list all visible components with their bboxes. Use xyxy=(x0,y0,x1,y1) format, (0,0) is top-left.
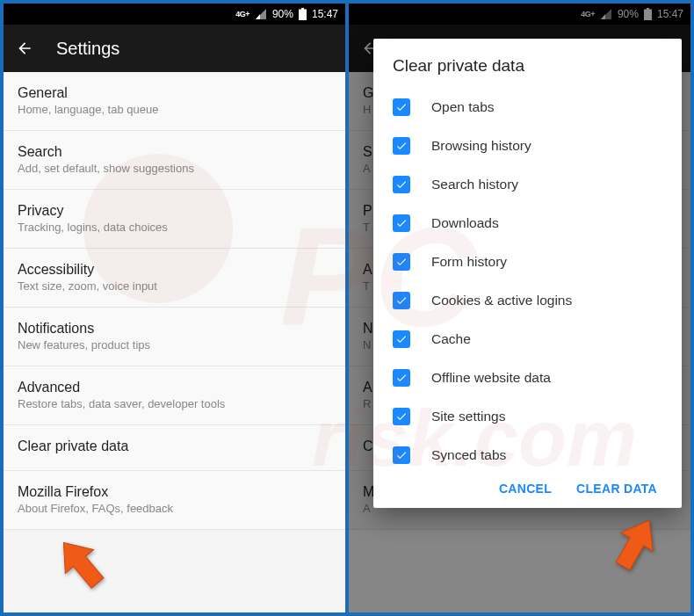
checkbox-label: Search history xyxy=(431,177,518,192)
clear-private-data-dialog: Clear private data Open tabsBrowsing his… xyxy=(373,39,682,508)
settings-item-title: Advanced xyxy=(18,380,331,395)
clear-data-button[interactable]: CLEAR DATA xyxy=(576,482,657,496)
settings-item-title: Clear private data xyxy=(18,438,331,454)
checkbox-row[interactable]: Search history xyxy=(393,165,662,204)
checkbox-label: Offline website data xyxy=(431,370,551,386)
settings-item[interactable]: SearchAdd, set default, show suggestions xyxy=(4,131,345,190)
checkbox-checked-icon[interactable] xyxy=(393,408,410,425)
settings-item-subtitle: Add, set default, show suggestions xyxy=(18,162,331,175)
checkbox-row[interactable]: Offline website data xyxy=(393,359,662,397)
settings-item[interactable]: Mozilla FirefoxAbout Firefox, FAQs, feed… xyxy=(4,471,345,530)
clock: 15:47 xyxy=(312,8,338,20)
checkbox-row[interactable]: Synced tabs xyxy=(393,436,662,475)
battery-percent: 90% xyxy=(272,8,293,20)
dialog-actions: CANCEL CLEAR DATA xyxy=(393,482,662,496)
checkbox-checked-icon[interactable] xyxy=(393,176,410,193)
checkbox-label: Form history xyxy=(431,254,507,270)
back-arrow-icon[interactable] xyxy=(16,40,33,57)
settings-item-subtitle: New features, product tips xyxy=(18,338,331,351)
checkbox-label: Cache xyxy=(431,331,471,347)
settings-item[interactable]: AccessibilityText size, zoom, voice inpu… xyxy=(4,249,345,308)
checkbox-checked-icon[interactable] xyxy=(393,98,410,116)
signal-icon xyxy=(255,9,267,19)
settings-item-title: Accessibility xyxy=(18,262,331,278)
settings-item[interactable]: Clear private data xyxy=(4,425,345,471)
settings-list[interactable]: GeneralHome, language, tab queueSearchAd… xyxy=(4,72,345,530)
phone-right: 4G+ 90% 15:47 GHSAPTATNNARCMA Clear priv… xyxy=(349,4,690,612)
settings-item-subtitle: Tracking, logins, data choices xyxy=(18,221,331,234)
checkbox-checked-icon[interactable] xyxy=(393,369,410,387)
checkbox-row[interactable]: Form history xyxy=(393,243,662,281)
battery-icon xyxy=(299,8,307,20)
settings-item-title: Search xyxy=(18,144,331,160)
settings-item[interactable]: PrivacyTracking, logins, data choices xyxy=(4,190,345,249)
svg-rect-0 xyxy=(299,10,307,21)
checkbox-row[interactable]: Site settings xyxy=(393,397,662,436)
settings-item[interactable]: GeneralHome, language, tab queue xyxy=(4,72,345,131)
settings-item[interactable]: AdvancedRestore tabs, data saver, develo… xyxy=(4,366,345,425)
settings-item[interactable]: NotificationsNew features, product tips xyxy=(4,308,345,366)
checkbox-checked-icon[interactable] xyxy=(393,292,410,309)
checkbox-row[interactable]: Cookies & active logins xyxy=(393,281,662,320)
settings-item-subtitle: Text size, zoom, voice input xyxy=(18,279,331,293)
app-bar: Settings xyxy=(4,25,345,72)
settings-item-title: Privacy xyxy=(18,203,331,219)
checkbox-checked-icon[interactable] xyxy=(393,330,410,348)
checkbox-checked-icon[interactable] xyxy=(393,137,410,155)
checkbox-checked-icon[interactable] xyxy=(393,253,410,271)
checkbox-label: Cookies & active logins xyxy=(431,293,572,308)
settings-item-title: Notifications xyxy=(18,321,331,337)
page-title: Settings xyxy=(56,39,119,59)
svg-rect-1 xyxy=(301,8,304,10)
checkbox-checked-icon[interactable] xyxy=(393,446,410,464)
settings-item-subtitle: About Firefox, FAQs, feedback xyxy=(18,502,331,515)
checkbox-label: Site settings xyxy=(431,409,505,424)
settings-item-title: Mozilla Firefox xyxy=(18,484,331,500)
status-bar: 4G+ 90% 15:47 xyxy=(4,4,345,25)
checkbox-label: Open tabs xyxy=(431,99,495,115)
cancel-button[interactable]: CANCEL xyxy=(499,482,552,496)
checkbox-label: Synced tabs xyxy=(431,447,506,463)
checkbox-label: Downloads xyxy=(431,215,499,231)
checkbox-row[interactable]: Browsing history xyxy=(393,127,662,165)
checkbox-label: Browsing history xyxy=(431,138,531,154)
checkbox-row[interactable]: Open tabs xyxy=(393,88,662,127)
settings-item-subtitle: Home, language, tab queue xyxy=(18,103,331,116)
phone-left: 4G+ 90% 15:47 Settings GeneralHome, lang… xyxy=(4,4,345,612)
highlight-arrow-icon xyxy=(54,533,109,599)
checkbox-row[interactable]: Downloads xyxy=(393,204,662,243)
dialog-title: Clear private data xyxy=(393,56,662,76)
network-indicator: 4G+ xyxy=(235,10,249,18)
checkbox-row[interactable]: Cache xyxy=(393,320,662,359)
checkbox-checked-icon[interactable] xyxy=(393,214,410,232)
settings-item-title: General xyxy=(18,85,331,101)
settings-item-subtitle: Restore tabs, data saver, developer tool… xyxy=(18,397,331,410)
highlight-arrow-icon xyxy=(608,513,662,580)
